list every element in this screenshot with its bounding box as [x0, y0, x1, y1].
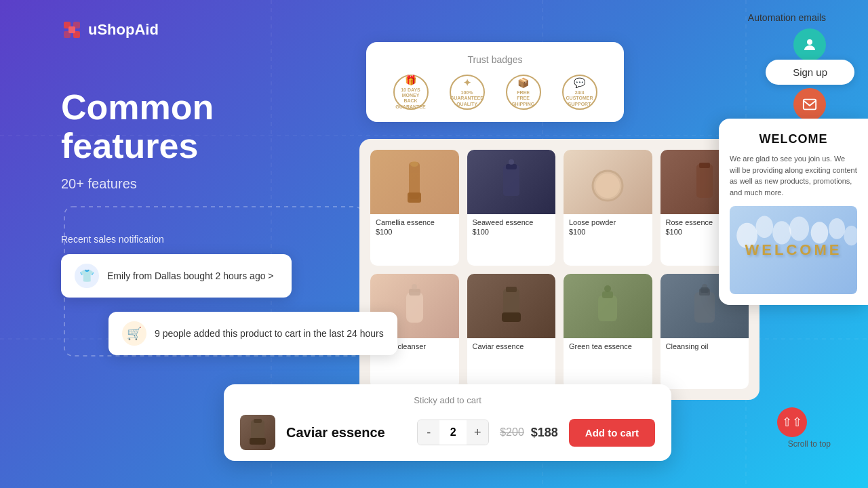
product-name-powder: Loose powder	[569, 218, 647, 226]
svg-point-25	[412, 284, 417, 289]
trust-badge-moneyback: 🎁 10 DAYS MONEY BACK GUARANTEE	[393, 75, 429, 110]
sticky-cart-product-image	[240, 415, 275, 450]
logo-text: uShopAid	[88, 21, 159, 39]
logo: uShopAid	[61, 19, 159, 41]
svg-rect-27	[506, 287, 517, 292]
welcome-popup-title: WELCOME	[730, 132, 857, 146]
svg-point-31	[604, 285, 611, 292]
trust-badges-row: 🎁 10 DAYS MONEY BACK GUARANTEE ✦ 100% GU…	[385, 75, 605, 110]
product-name-caviar: Caviar essence	[473, 342, 551, 350]
user-avatar[interactable]	[793, 28, 826, 61]
product-image-caviar	[467, 274, 556, 338]
signup-button[interactable]: Sign up	[766, 60, 854, 85]
svg-rect-21	[696, 164, 713, 198]
svg-point-18	[509, 159, 514, 165]
svg-point-20	[595, 174, 620, 198]
trust-badge-shipping: 📦 FREE FREE SHIPPING	[506, 75, 541, 110]
quantity-input[interactable]	[439, 420, 467, 445]
svg-rect-22	[699, 163, 710, 168]
svg-rect-17	[506, 164, 517, 169]
email-icon[interactable]	[793, 88, 826, 121]
product-image-green-tea	[564, 274, 652, 338]
product-image-camellia	[370, 150, 459, 214]
product-price-powder: $100	[569, 228, 647, 236]
product-name-green-tea: Green tea essence	[569, 342, 647, 350]
svg-rect-30	[602, 291, 613, 298]
quantity-control[interactable]: - +	[417, 420, 489, 445]
page-title: Common features	[61, 88, 359, 165]
welcome-image-text: WELCOME	[745, 241, 842, 259]
product-item-caviar[interactable]: Caviar essence	[467, 274, 556, 390]
cart-notification-card[interactable]: 🛒 9 people added this product to cart in…	[108, 312, 397, 355]
shirt-icon: 👕	[75, 264, 99, 288]
automation-label: Automation emails	[748, 12, 826, 23]
svg-rect-47	[250, 438, 266, 445]
product-item-powder[interactable]: Loose powder $100	[564, 150, 652, 266]
headline-area: Common features 20+ features	[61, 88, 359, 192]
trust-badges-title: Trust badges	[385, 54, 605, 65]
product-item-seaweed[interactable]: Seaweed essence $100	[467, 150, 556, 266]
price-area: $200 $188	[500, 426, 558, 440]
trust-badge-support: 💬 24/4 CUSTOMER SUPPORT	[562, 75, 597, 110]
svg-rect-14	[408, 192, 421, 203]
svg-rect-32	[694, 292, 715, 323]
sales-notification-text: Emily from Dallas bought 2 hours ago >	[107, 270, 274, 281]
cart-icon: 🛒	[122, 321, 146, 346]
svg-rect-12	[804, 100, 816, 110]
trust-badge-quality: ✦ 100% GUARANTEED QUALITY	[450, 75, 485, 110]
svg-point-42	[811, 222, 829, 243]
sticky-cart: Sticky add to cart Caviar essence - + $2…	[224, 384, 671, 461]
quantity-minus-button[interactable]: -	[418, 420, 439, 445]
welcome-popup: WELCOME We are glad to see you join us. …	[719, 119, 868, 305]
product-price-camellia: $100	[376, 228, 454, 236]
price-sale: $188	[531, 426, 558, 440]
svg-rect-28	[502, 312, 521, 322]
svg-point-44	[844, 226, 857, 245]
welcome-popup-image: WELCOME	[730, 206, 857, 294]
product-grid: Camellia essence $100 Seaweed essence $1…	[359, 139, 760, 400]
price-original: $200	[500, 426, 524, 439]
svg-point-41	[789, 216, 809, 241]
svg-rect-46	[254, 419, 262, 423]
scroll-to-top-label: Scroll to top	[788, 439, 831, 449]
welcome-popup-text: We are glad to see you join us. We will …	[730, 153, 857, 198]
svg-rect-10	[68, 26, 75, 33]
sticky-cart-title: Sticky add to cart	[240, 395, 655, 405]
product-info-camellia: Camellia essence $100	[370, 214, 459, 240]
product-image-seaweed	[467, 150, 556, 214]
recent-sales-label: Recent sales notification	[61, 234, 164, 245]
scroll-to-top-button[interactable]: ⇧⇧	[777, 407, 807, 437]
svg-rect-23	[406, 292, 423, 323]
add-to-cart-button[interactable]: Add to cart	[569, 419, 655, 447]
product-name-seaweed: Seaweed essence	[473, 218, 551, 226]
product-item-camellia[interactable]: Camellia essence $100	[370, 150, 459, 266]
sales-notification-card[interactable]: 👕 Emily from Dallas bought 2 hours ago >	[61, 254, 292, 298]
svg-point-39	[755, 216, 773, 238]
product-image-powder	[564, 150, 652, 214]
logo-icon	[61, 19, 83, 41]
svg-rect-29	[598, 296, 617, 321]
trust-badges-card: Trust badges 🎁 10 DAYS MONEY BACK GUARAN…	[366, 42, 624, 122]
cart-notification-text: 9 people added this product to cart in t…	[155, 328, 384, 339]
feature-count: 20+ features	[61, 176, 359, 192]
svg-point-11	[807, 39, 812, 45]
svg-rect-24	[409, 289, 420, 296]
quantity-plus-button[interactable]: +	[467, 420, 488, 445]
svg-rect-35	[701, 287, 709, 293]
product-name-camellia: Camellia essence	[376, 218, 454, 226]
product-price-seaweed: $100	[473, 228, 551, 236]
svg-point-43	[829, 218, 845, 239]
sticky-cart-product-name: Caviar essence	[286, 425, 406, 441]
product-name-cleansing: Cleansing oil	[666, 342, 744, 350]
svg-rect-16	[503, 165, 519, 196]
svg-point-15	[410, 161, 418, 167]
product-item-green-tea[interactable]: Green tea essence	[564, 274, 652, 390]
